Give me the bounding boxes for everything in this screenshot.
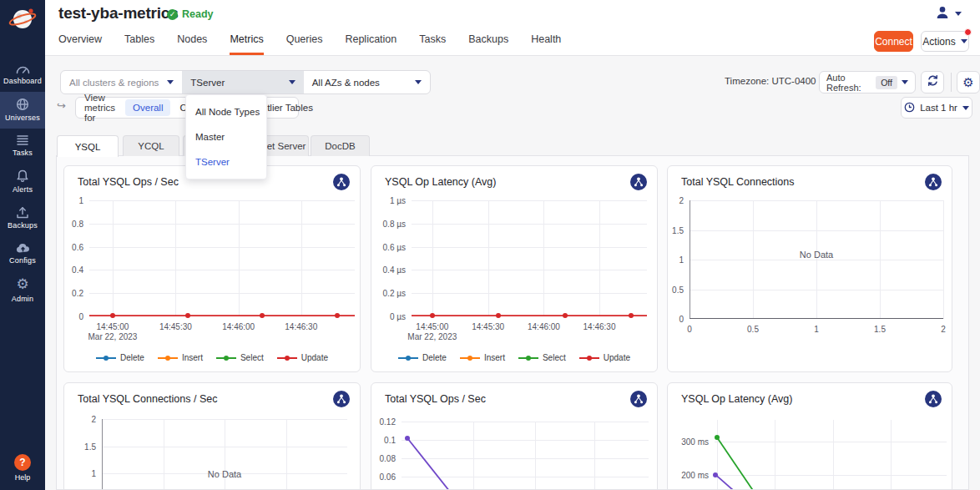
legend-item[interactable]: Select — [216, 353, 264, 362]
legend-item[interactable]: Update — [579, 353, 630, 362]
tab-overview[interactable]: Overview — [58, 33, 102, 55]
tab-health[interactable]: Health — [531, 33, 561, 55]
chart-total-ysql-connections: Total YSQL Connections 2 1.5 1 0.5 0 0 0… — [667, 165, 952, 372]
legend-item[interactable]: Delete — [398, 353, 447, 362]
chart-title: Total YSQL Connections / Sec — [78, 393, 217, 405]
sidebar-item-configs[interactable]: Configs — [0, 236, 45, 271]
cloud-icon — [15, 242, 31, 254]
time-range-dropdown[interactable]: Last 1 hr — [901, 97, 972, 119]
y-axis — [690, 200, 690, 319]
connect-button[interactable]: Connect — [874, 31, 913, 52]
main-area: test-yba-metrics ✓ Ready Overview Tables… — [45, 0, 980, 490]
sidebar-item-label: Alerts — [13, 185, 33, 194]
sidebar-item-backups[interactable]: Backups — [0, 200, 45, 236]
tab-backups[interactable]: Backups — [468, 33, 508, 55]
menu-item-all-node-types[interactable]: All Node Types — [186, 99, 266, 124]
app-root: Dashboard Universes Tasks — [0, 0, 980, 490]
hook-arrow-icon: ↪ — [57, 99, 66, 112]
help-label: Help — [15, 473, 31, 482]
chart-title: YSQL Op Latency (Avg) — [385, 176, 496, 188]
x-axis — [690, 318, 943, 319]
sidebar-item-label: Dashboard — [3, 77, 42, 85]
user-menu[interactable] — [935, 5, 962, 23]
azs-nodes-dropdown[interactable]: All AZs & nodes — [304, 71, 430, 93]
x-axis-date: Mar 22, 2023 — [88, 332, 138, 341]
chevron-down-icon — [961, 39, 967, 43]
tab-metrics[interactable]: Metrics — [230, 33, 263, 55]
chart-title: Total YSQL Ops / Sec — [78, 176, 179, 188]
list-icon — [15, 134, 30, 146]
node-type-dropdown[interactable]: TServer — [182, 71, 303, 93]
metric-tab-ysql[interactable]: YSQL — [57, 135, 119, 157]
sidebar-item-label: Backups — [8, 221, 38, 230]
universe-header: test-yba-metrics ✓ Ready Overview Tables… — [45, 0, 980, 56]
sidebar-item-universes[interactable]: Universes — [0, 92, 45, 129]
view-metrics-for-label: View metrics for — [76, 93, 124, 123]
chart-legend: Delete Insert Select Update — [64, 353, 360, 362]
clock-icon — [904, 102, 915, 114]
plot-area: 2 1.5 1 No Data — [102, 419, 347, 490]
legend-item[interactable]: Update — [277, 353, 328, 362]
plot-area: 2 1.5 1 0.5 0 0 0.5 1 1.5 2 No Data — [690, 200, 943, 319]
chevron-down-icon — [289, 80, 296, 84]
legend-item[interactable]: Insert — [460, 353, 505, 362]
legend-item[interactable]: Insert — [158, 353, 203, 362]
tab-nodes[interactable]: Nodes — [177, 33, 207, 55]
chart-title: YSQL Op Latency (Avg) — [681, 393, 792, 405]
legend-item[interactable]: Select — [518, 353, 566, 362]
clusters-regions-dropdown[interactable]: All clusters & regions — [61, 71, 182, 93]
auto-refresh-dropdown[interactable]: Auto Refresh: Off — [819, 71, 916, 93]
sidebar-item-admin[interactable]: ⚙ Admin — [0, 271, 45, 310]
legend-item[interactable]: Delete — [96, 353, 144, 362]
sidebar-item-tasks[interactable]: Tasks — [0, 129, 45, 164]
plot-area: 300 ms 200 ms — [715, 420, 947, 490]
sidebar-item-help[interactable]: ? Help — [0, 454, 45, 482]
user-icon — [935, 5, 950, 23]
bell-icon — [15, 169, 30, 183]
metrics-filter-bar: All clusters & regions TServer All AZs &… — [60, 70, 431, 94]
x-axis-date: Mar 22, 2023 — [407, 332, 457, 341]
sidebar-item-dashboard[interactable]: Dashboard — [0, 57, 45, 92]
tab-tasks[interactable]: Tasks — [419, 33, 446, 55]
chevron-down-icon — [167, 80, 174, 84]
chart-menu-icon[interactable] — [630, 174, 647, 190]
chart-total-ysql-ops-sec: Total YSQL Ops / Sec 1 0.8 0.6 0.4 0.2 0… — [63, 165, 361, 372]
chart-menu-icon[interactable] — [925, 391, 942, 407]
settings-button[interactable]: ⚙ — [957, 71, 980, 93]
node-type-menu: All Node Types Master TServer — [185, 94, 267, 179]
auto-refresh-value: Off — [876, 76, 897, 89]
refresh-button[interactable] — [921, 71, 944, 93]
gauge-icon — [15, 63, 31, 74]
chart-ysql-op-latency: YSQL Op Latency (Avg) 1 µs 0.8 µs 0.6 µs… — [371, 165, 658, 372]
chart-menu-icon[interactable] — [333, 174, 350, 190]
gear-icon: ⚙ — [16, 277, 28, 292]
metric-tab-docdb[interactable]: DocDB — [311, 135, 370, 156]
tab-queries[interactable]: Queries — [286, 33, 323, 55]
sidebar: Dashboard Universes Tasks — [0, 0, 45, 490]
metric-tab-ycql[interactable]: YCQL — [123, 135, 179, 156]
chevron-down-icon — [962, 106, 969, 110]
chart-title: Total YSQL Connections — [681, 176, 795, 188]
sidebar-item-alerts[interactable]: Alerts — [0, 164, 45, 200]
tab-replication[interactable]: Replication — [345, 33, 397, 55]
tab-tables[interactable]: Tables — [124, 33, 154, 55]
menu-item-tserver[interactable]: TServer — [186, 149, 266, 174]
notification-dot — [964, 28, 972, 36]
chart-ysql-op-latency-2: YSQL Op Latency (Avg) 300 ms 200 ms — [667, 382, 952, 490]
actions-button[interactable]: Actions — [921, 31, 969, 52]
yugabyte-logo-icon[interactable] — [0, 0, 45, 38]
chart-menu-icon[interactable] — [333, 391, 350, 407]
check-icon: ✓ — [167, 9, 178, 20]
chevron-down-icon — [415, 80, 422, 84]
globe-icon — [15, 98, 30, 111]
charts-grid: Total YSQL Ops / Sec 1 0.8 0.6 0.4 0.2 0… — [56, 155, 969, 490]
chart-total-ysql-ops-sec-2: Total YSQL Ops / Sec 0.12 0.1 0.08 0.06 — [371, 382, 658, 490]
chart-menu-icon[interactable] — [925, 174, 942, 190]
toolbar-divider — [951, 73, 952, 92]
sidebar-item-label: Admin — [12, 295, 34, 303]
menu-item-master[interactable]: Master — [186, 124, 266, 149]
segment-overall[interactable]: Overall — [125, 99, 170, 116]
chart-menu-icon[interactable] — [630, 391, 647, 407]
gear-icon: ⚙ — [962, 75, 973, 90]
plot-area: 1 0.8 0.6 0.4 0.2 0 14:45:00 14:45:30 14… — [89, 200, 355, 316]
